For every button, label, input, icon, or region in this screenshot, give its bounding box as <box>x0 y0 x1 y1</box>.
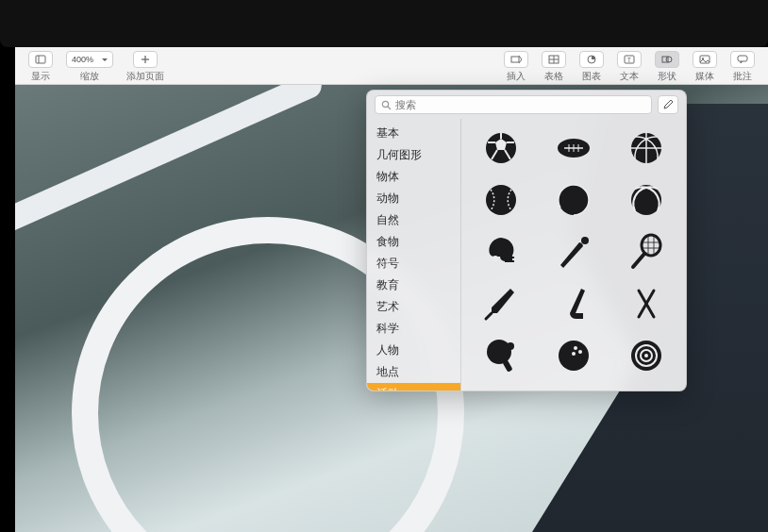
category-item[interactable]: 艺术 <box>367 296 460 318</box>
svg-point-36 <box>507 342 514 350</box>
bicycle-shape[interactable] <box>473 386 529 391</box>
add-page-button[interactable] <box>133 51 158 68</box>
view-button[interactable] <box>28 51 53 68</box>
shapes-grid-scroll[interactable] <box>461 119 686 391</box>
svg-rect-15 <box>738 56 747 61</box>
zoom-label: 缩放 <box>80 70 99 83</box>
soccer-ball-shape[interactable] <box>473 126 529 169</box>
zoom-group: 400% 缩放 <box>60 51 119 83</box>
chevron-down-icon <box>102 55 108 64</box>
dartboard-shape[interactable] <box>618 334 675 376</box>
search-field[interactable] <box>375 95 652 114</box>
basketball-shape[interactable] <box>618 126 675 169</box>
pencil-icon <box>662 99 674 110</box>
table-label: 表格 <box>544 70 563 83</box>
search-icon <box>381 100 392 110</box>
bicycle-shape[interactable] <box>545 386 602 391</box>
text-label: 文本 <box>620 70 639 83</box>
app-window: 显示 400% 缩放 添加页面 插入 表格 图表 T文本 形状 <box>15 47 768 532</box>
category-item[interactable]: 符号 <box>367 253 460 274</box>
svg-point-28 <box>631 185 661 215</box>
svg-point-34 <box>487 340 511 364</box>
bowling-ball-shape[interactable] <box>545 334 602 376</box>
zoom-value: 400% <box>72 55 93 64</box>
svg-rect-4 <box>511 57 519 62</box>
insert-button[interactable] <box>504 51 528 68</box>
chart-button[interactable] <box>579 51 604 68</box>
baseball-shape[interactable] <box>473 178 529 221</box>
svg-point-29 <box>493 256 498 261</box>
shapes-popover: 基本几何图形物体动物自然食物符号教育艺术科学人物地点活动 <box>366 90 687 391</box>
svg-rect-0 <box>36 56 45 63</box>
category-item[interactable]: 活动 <box>367 383 460 391</box>
comment-button[interactable] <box>730 51 755 68</box>
laptop-bezel <box>0 0 768 47</box>
search-input[interactable] <box>395 99 645 110</box>
american-football-shape[interactable] <box>545 126 602 169</box>
ski-poles-shape[interactable] <box>618 282 675 324</box>
category-item[interactable]: 动物 <box>367 188 460 209</box>
category-item[interactable]: 科学 <box>367 318 460 340</box>
insert-label: 插入 <box>507 70 526 83</box>
category-item[interactable]: 几何图形 <box>367 144 460 166</box>
category-item[interactable]: 人物 <box>367 340 460 361</box>
add-page-group: 添加页面 <box>121 51 170 83</box>
view-label: 显示 <box>31 70 50 83</box>
svg-point-12 <box>666 57 672 62</box>
svg-line-17 <box>388 107 391 109</box>
svg-point-39 <box>578 350 582 354</box>
svg-point-26 <box>486 185 516 215</box>
popover-header <box>367 91 686 119</box>
svg-point-40 <box>572 352 576 356</box>
add-page-label: 添加页面 <box>126 70 164 83</box>
media-label: 媒体 <box>695 70 714 83</box>
football-helmet-shape[interactable] <box>473 230 529 273</box>
view-group: 显示 <box>23 51 58 83</box>
svg-text:T: T <box>627 57 632 63</box>
category-item[interactable]: 自然 <box>367 209 460 231</box>
svg-point-44 <box>644 354 648 357</box>
media-button[interactable] <box>693 51 717 68</box>
category-list[interactable]: 基本几何图形物体动物自然食物符号教育艺术科学人物地点活动 <box>367 119 461 391</box>
tennis-racket-shape[interactable] <box>618 230 675 273</box>
toolbar: 显示 400% 缩放 添加页面 插入 表格 图表 T文本 形状 <box>15 47 768 85</box>
shape-button[interactable] <box>655 51 679 68</box>
text-button[interactable]: T <box>617 51 642 68</box>
volleyball-shape[interactable] <box>545 178 602 221</box>
svg-point-16 <box>382 101 388 107</box>
category-item[interactable]: 地点 <box>367 361 460 383</box>
hockey-stick-shape[interactable] <box>545 282 602 324</box>
cricket-bat-shape[interactable] <box>473 282 529 324</box>
baseball-bat-shape[interactable] <box>545 230 602 273</box>
svg-point-30 <box>581 237 589 244</box>
comment-label: 批注 <box>733 70 752 83</box>
table-button[interactable] <box>542 51 566 68</box>
zoom-control[interactable]: 400% <box>66 51 113 68</box>
shapes-grid <box>469 126 678 391</box>
category-item[interactable]: 物体 <box>367 166 460 188</box>
shape-shape[interactable] <box>618 386 675 391</box>
ping-pong-paddle-shape[interactable] <box>473 334 529 376</box>
category-item[interactable]: 基本 <box>367 123 460 144</box>
svg-point-38 <box>574 346 577 350</box>
shape-label: 形状 <box>658 70 676 83</box>
tennis-ball-shape[interactable] <box>618 178 675 221</box>
category-item[interactable]: 教育 <box>367 274 460 296</box>
svg-rect-13 <box>700 56 710 63</box>
category-item[interactable]: 食物 <box>367 231 460 253</box>
edit-shapes-button[interactable] <box>658 95 678 114</box>
chart-label: 图表 <box>582 70 601 83</box>
